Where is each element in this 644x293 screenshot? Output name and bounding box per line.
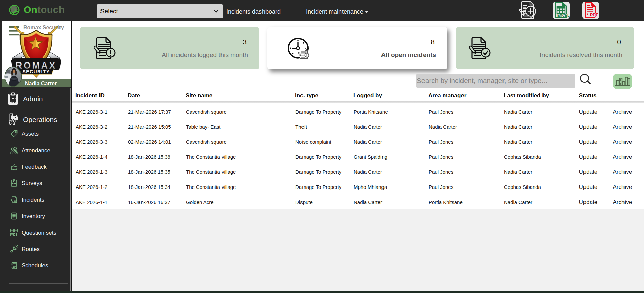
svg-text:SECURITY: SECURITY xyxy=(23,69,50,74)
svg-text:EXCEL: EXCEL xyxy=(557,13,570,17)
svg-text:PDF: PDF xyxy=(590,13,598,17)
